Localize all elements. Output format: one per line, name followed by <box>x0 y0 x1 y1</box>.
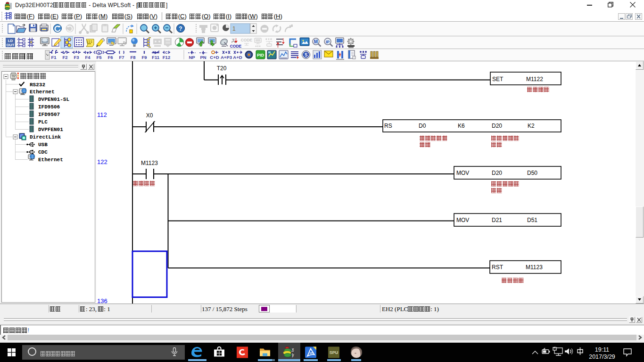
svg-text:SPU: SPU <box>330 350 339 355</box>
svg-text:MOV: MOV <box>456 217 469 223</box>
svg-text:136: 136 <box>97 297 107 304</box>
svg-text:SET: SET <box>492 76 504 82</box>
svg-text:D0: D0 <box>419 123 426 129</box>
svg-text:19:11: 19:11 <box>595 346 609 353</box>
svg-text:PLC: PLC <box>38 119 48 125</box>
svg-text:F9: F9 <box>141 55 147 60</box>
svg-text:D50: D50 <box>527 170 537 176</box>
svg-text:D20: D20 <box>492 123 502 129</box>
svg-text:A+D: A+D <box>233 55 242 60</box>
svg-text:C: C <box>165 50 168 55</box>
svg-text:PID: PID <box>257 53 264 58</box>
svg-text:A+P3: A+P3 <box>221 55 232 60</box>
svg-text:F4: F4 <box>85 55 91 60</box>
svg-text:X0: X0 <box>146 112 153 119</box>
svg-text:MOV: MOV <box>456 170 469 176</box>
svg-text:122: 122 <box>97 158 107 165</box>
svg-text:K2: K2 <box>528 123 535 129</box>
svg-text:IFD9506: IFD9506 <box>38 104 60 110</box>
svg-text:Ethernet: Ethernet <box>30 89 55 95</box>
svg-text:D21: D21 <box>492 217 502 223</box>
svg-text:112: 112 <box>97 111 107 118</box>
svg-text:F1: F1 <box>51 55 57 60</box>
svg-text:RS232: RS232 <box>30 82 45 88</box>
svg-text:C+D: C+D <box>210 55 219 60</box>
svg-text:PN: PN <box>200 55 206 60</box>
svg-text:2017/3/29: 2017/3/29 <box>589 354 615 360</box>
svg-text:F7: F7 <box>119 55 124 60</box>
svg-text:NP: NP <box>189 55 195 60</box>
svg-text:S: S <box>305 52 308 58</box>
svg-text:x: x <box>292 347 294 352</box>
svg-text:M1123: M1123 <box>526 264 543 271</box>
svg-text:1: 1 <box>232 25 236 32</box>
svg-text:DirectLink: DirectLink <box>30 134 61 140</box>
svg-text:CODE: CODE <box>241 38 253 42</box>
svg-text:D51: D51 <box>527 217 537 223</box>
svg-text:USB: USB <box>38 142 48 148</box>
svg-text:RST: RST <box>492 264 504 271</box>
svg-text:F12: F12 <box>163 55 170 60</box>
svg-text:M: M <box>314 39 318 44</box>
svg-text:F2: F2 <box>62 55 67 60</box>
svg-text:DVPEN01-SL: DVPEN01-SL <box>38 97 69 102</box>
svg-text:RS: RS <box>384 123 392 129</box>
svg-text:Ethernet: Ethernet <box>38 157 63 163</box>
svg-text:OUT: OUT <box>7 43 15 47</box>
svg-text:CODE: CODE <box>230 44 242 49</box>
svg-text:LD: LD <box>8 39 13 43</box>
svg-text:F11: F11 <box>152 55 160 60</box>
svg-text:F3: F3 <box>74 55 79 60</box>
svg-text:F8: F8 <box>130 55 135 60</box>
svg-text:K6: K6 <box>458 123 465 129</box>
svg-text:IFD9507: IFD9507 <box>38 112 60 117</box>
svg-text:T20: T20 <box>217 65 227 72</box>
svg-text:M1122: M1122 <box>526 76 543 82</box>
svg-text:y: y <box>292 353 294 357</box>
svg-text:DVPFEN01: DVPFEN01 <box>38 127 63 132</box>
svg-text:F6: F6 <box>107 55 113 60</box>
svg-text:CDC: CDC <box>38 149 48 155</box>
svg-text:?: ? <box>179 25 182 32</box>
svg-text:D20: D20 <box>492 170 502 176</box>
svg-text:M1123: M1123 <box>141 160 158 166</box>
svg-text:IP: IP <box>326 40 330 44</box>
svg-text:F5: F5 <box>96 55 102 60</box>
